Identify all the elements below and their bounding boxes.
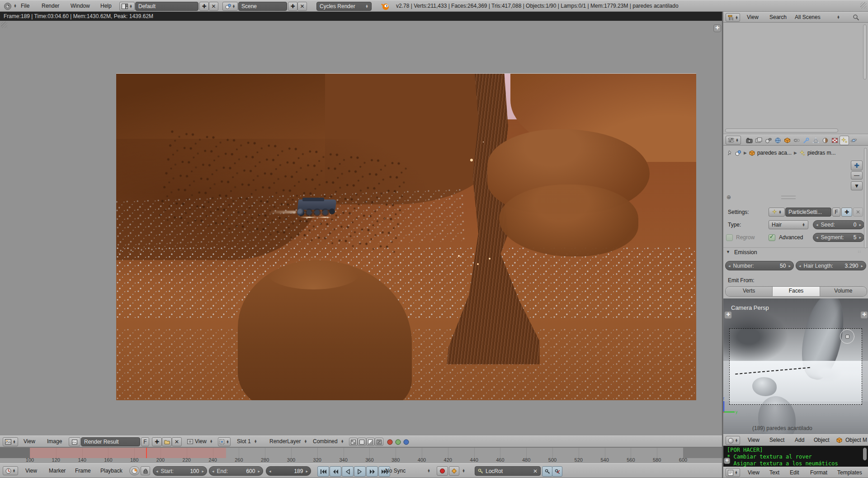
scene-delete-button[interactable]: ✕ (297, 2, 307, 11)
emit-from-volume-button[interactable]: Volume (820, 287, 867, 296)
properties-tab-world[interactable] (773, 136, 783, 145)
text-line[interactable]: [POR HACER] (727, 447, 838, 454)
particle-list-expand-icon[interactable]: ⊕ (726, 194, 731, 200)
scene-browse-icon[interactable]: ▲▼ (222, 2, 238, 11)
next-keyframe-button[interactable] (366, 466, 378, 477)
properties-tab-render-layers[interactable] (754, 136, 764, 145)
image-fake-user-button[interactable]: F (141, 437, 149, 446)
keying-set-field[interactable]: LocRot ✕ (475, 466, 541, 476)
pin-icon[interactable] (727, 150, 733, 156)
viewport-left-expand-button[interactable]: ✚ (724, 311, 732, 319)
emission-section-header[interactable]: ▼ Emission ∷ (723, 247, 868, 257)
particle-settings-browse-button[interactable]: ▲▼ (769, 208, 785, 217)
channel-g-icon[interactable] (395, 439, 401, 445)
properties-tab-object[interactable] (783, 136, 792, 145)
layout-delete-button[interactable]: ✕ (209, 2, 218, 11)
channel-alpha-button[interactable] (366, 438, 375, 446)
text-line[interactable]: * Asignar textura a los neumáticos (727, 460, 838, 467)
text-menu-templates[interactable]: Templates (835, 469, 864, 477)
image-view-dropdown[interactable]: View▲▼ (187, 438, 213, 445)
properties-v-scrollbar[interactable] (864, 148, 867, 248)
text-editor-expand-button[interactable]: ✚ (724, 458, 730, 464)
properties-tab-texture[interactable] (830, 136, 840, 145)
mode-select[interactable]: Object M (844, 436, 868, 444)
channel-r-icon[interactable] (387, 439, 393, 445)
scene-name-field[interactable]: Scene (238, 2, 287, 11)
view3d-menu-add[interactable]: Add (793, 436, 806, 444)
settings-new-button[interactable]: ✚ (841, 208, 852, 217)
text-menu-view[interactable]: View (746, 469, 761, 477)
particle-specials-button[interactable]: ▼ (851, 181, 863, 190)
regrow-checkbox[interactable] (726, 234, 733, 241)
properties-tab-scene[interactable] (764, 136, 773, 145)
timeline-menu-playback[interactable]: Playback (99, 467, 124, 475)
text-editor[interactable]: [POR HACER]* Cambiar textura al rover* A… (723, 446, 868, 467)
image-editor-type-button[interactable]: ▲▼ (3, 437, 18, 446)
current-frame-field[interactable]: ◂189▸ (266, 466, 311, 476)
outliner-menu-search[interactable]: Search (768, 13, 788, 21)
emit-from-verts-button[interactable]: Verts (726, 287, 773, 296)
view3d-menu-select[interactable]: Select (768, 436, 786, 444)
sync-mode-select[interactable]: No Sync (385, 468, 406, 474)
properties-tab-render[interactable] (745, 136, 754, 145)
outliner-filter-arrows[interactable]: ▲▼ (837, 15, 840, 19)
text-editor-scrollbar[interactable] (863, 448, 867, 460)
menu-file[interactable]: File (19, 2, 31, 10)
manipulator-circle[interactable] (840, 329, 854, 344)
timeline-editor-type-button[interactable]: ▲▼ (3, 466, 18, 475)
text-menu-format[interactable]: Format (808, 469, 829, 477)
record-button[interactable] (437, 466, 448, 476)
area-corner-grip[interactable] (1, 22, 7, 28)
autokey-mode-button[interactable] (449, 466, 459, 476)
editor-type-arrows[interactable]: ▲▼ (14, 4, 17, 8)
screen-layout-icon[interactable]: ▲▼ (119, 2, 135, 11)
image-menu-view[interactable]: View (22, 437, 37, 445)
channel-color-alpha-button[interactable] (349, 438, 358, 446)
frame-end-field[interactable]: ◂End:600▸ (209, 466, 263, 476)
number-field[interactable]: ◂Number:50▸ (725, 261, 794, 270)
image-unlink-button[interactable]: ✕ (172, 437, 182, 446)
properties-editor-type-button[interactable]: ▲▼ (726, 136, 741, 145)
properties-tab-material[interactable] (821, 136, 830, 145)
segments-field[interactable]: ◂Segment:5▸ (813, 233, 864, 242)
image-name-field[interactable]: Render Result (81, 437, 140, 446)
properties-tab-data[interactable] (811, 136, 821, 145)
keying-set-clear-icon[interactable]: ✕ (533, 468, 538, 474)
seed-field[interactable]: ◂Seed:0▸ (813, 220, 864, 229)
id-browse-icon[interactable] (735, 150, 741, 156)
timeline-menu-frame[interactable]: Frame (73, 467, 93, 475)
insert-keyframe-button[interactable] (542, 466, 552, 477)
menu-help[interactable]: Help (99, 2, 113, 10)
play-button[interactable] (354, 466, 366, 477)
outliner-filter-select[interactable]: All Scenes (795, 14, 821, 20)
channel-color-button[interactable] (358, 438, 366, 446)
text-menu-text[interactable]: Text (768, 469, 781, 477)
timeline-menu-marker[interactable]: Marker (47, 467, 67, 475)
sync-mode-arrows[interactable]: ▲▼ (427, 469, 430, 473)
menu-window[interactable]: Window (69, 2, 92, 10)
viewport-right-expand-button[interactable]: ✚ (860, 311, 868, 319)
image-browse-button[interactable] (69, 437, 80, 446)
text-line[interactable]: * Cambiar textura al rover (727, 454, 838, 460)
settings-unlink-button[interactable]: ✕ (853, 208, 863, 217)
list-resize-grip[interactable] (781, 196, 796, 199)
emission-expand-arrow[interactable]: ▼ (726, 250, 730, 254)
slot-select[interactable]: Slot 1▲▼ (237, 438, 257, 445)
settings-fake-user-button[interactable]: F (832, 208, 840, 217)
particle-settings-name-field[interactable]: ParticleSetti... (785, 208, 831, 217)
text-menu-edit[interactable]: Edit (788, 469, 801, 477)
text-editor-type-button[interactable]: ▲▼ (726, 468, 740, 477)
type-select[interactable]: Hair▲▼ (769, 220, 808, 229)
outliner-h-scrollbar[interactable] (725, 128, 838, 133)
image-menu-image[interactable]: Image (45, 437, 64, 445)
timeline-strip[interactable] (0, 448, 722, 458)
scene-add-button[interactable]: ✚ (288, 2, 297, 11)
advanced-checkbox[interactable] (769, 234, 775, 241)
realtime-sync-button[interactable] (129, 466, 140, 475)
properties-tab-constraints[interactable] (792, 136, 802, 145)
properties-tab-modifiers[interactable] (802, 136, 811, 145)
delete-keyframe-button[interactable] (552, 466, 562, 477)
play-reverse-button[interactable] (342, 466, 354, 477)
lock-frame-button[interactable] (141, 466, 150, 475)
blender-info-icon[interactable] (4, 2, 12, 10)
